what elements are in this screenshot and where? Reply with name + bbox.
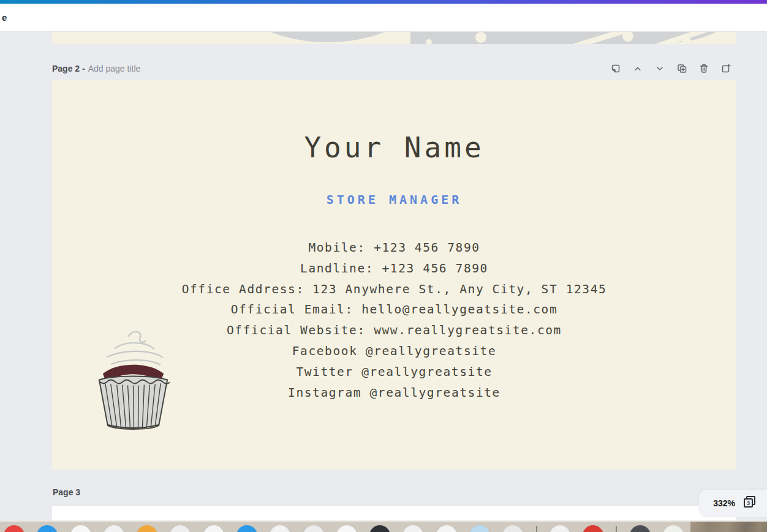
- pages-icon[interactable]: 3: [743, 496, 758, 511]
- toolbar-partial-text: e: [0, 12, 7, 23]
- dock-separator: [536, 526, 537, 532]
- dock-icon[interactable]: [37, 525, 58, 532]
- page-2[interactable]: Your Name STORE MANAGER Mobile: +123 456…: [52, 80, 736, 470]
- dock-icon[interactable]: [550, 525, 570, 532]
- dock-separator: [616, 526, 617, 532]
- add-page-icon[interactable]: [719, 61, 733, 76]
- dock-icon[interactable]: [502, 525, 523, 532]
- contact-line: Twitter @reallygreatsite: [180, 362, 609, 383]
- page2-header: Page 2 - Add page title: [52, 61, 736, 77]
- page1-decoration: [52, 32, 736, 44]
- dock-icon[interactable]: [203, 525, 224, 532]
- contact-line: Instagram @reallygreatsite: [180, 383, 609, 403]
- design-role-text[interactable]: STORE MANAGER: [52, 192, 736, 207]
- page-count: 3: [744, 498, 753, 508]
- dock-icon[interactable]: [70, 525, 91, 532]
- contact-line: Official Website: www.reallygreatsite.co…: [180, 320, 609, 341]
- dock-icon[interactable]: [336, 525, 357, 532]
- design-canvas[interactable]: Page 2 - Add page title Your Name: [0, 32, 767, 520]
- dock-icon[interactable]: [4, 525, 25, 532]
- design-name-text[interactable]: Your Name: [52, 131, 736, 164]
- dock-icon[interactable]: [104, 525, 124, 532]
- page2-title-placeholder[interactable]: Add page title: [88, 64, 141, 73]
- system-dock[interactable]: [0, 520, 767, 532]
- cupcake-illustration[interactable]: [91, 326, 176, 433]
- notes-icon[interactable]: [608, 61, 623, 76]
- page-1-bottom[interactable]: [52, 32, 736, 44]
- dock-icon[interactable]: [436, 525, 457, 532]
- contact-line: Mobile: +123 456 7890: [180, 238, 609, 258]
- dock-icon[interactable]: [583, 525, 603, 532]
- desktop-wallpaper: [690, 522, 767, 532]
- dock-icon[interactable]: [469, 525, 490, 532]
- dock-icons-row: [4, 525, 684, 532]
- dock-icon[interactable]: [137, 525, 157, 532]
- zoom-level[interactable]: 332%: [713, 498, 735, 508]
- dock-icon[interactable]: [270, 525, 290, 532]
- page2-label: Page 2 -: [52, 64, 85, 73]
- duplicate-page-icon[interactable]: [674, 61, 689, 76]
- contact-line: Landline: +123 456 7890: [180, 258, 609, 279]
- page3-label: Page 3: [53, 487, 80, 497]
- contact-block[interactable]: Mobile: +123 456 7890Landline: +123 456 …: [180, 238, 609, 403]
- zoom-indicator[interactable]: 332% 3: [699, 490, 767, 517]
- move-page-up-icon[interactable]: [630, 61, 645, 76]
- contact-line: Facebook @reallygreatsite: [180, 341, 609, 362]
- dock-icon[interactable]: [236, 525, 257, 532]
- dock-icon[interactable]: [170, 525, 191, 532]
- dock-icon[interactable]: [303, 525, 324, 532]
- page-3-top[interactable]: [52, 506, 736, 520]
- contact-line: Office Address: 123 Anywhere St., Any Ci…: [180, 279, 609, 300]
- contact-line: Official Email: hello@reallygeatsite.com: [180, 299, 609, 320]
- editor-toolbar: e: [0, 4, 767, 32]
- dock-icon[interactable]: [663, 525, 684, 532]
- dock-icon[interactable]: [402, 525, 423, 532]
- delete-page-icon[interactable]: [697, 61, 711, 76]
- dock-icon[interactable]: [630, 525, 651, 532]
- page2-actions: [608, 61, 736, 76]
- move-page-down-icon[interactable]: [652, 61, 667, 76]
- dock-icon[interactable]: [369, 525, 390, 532]
